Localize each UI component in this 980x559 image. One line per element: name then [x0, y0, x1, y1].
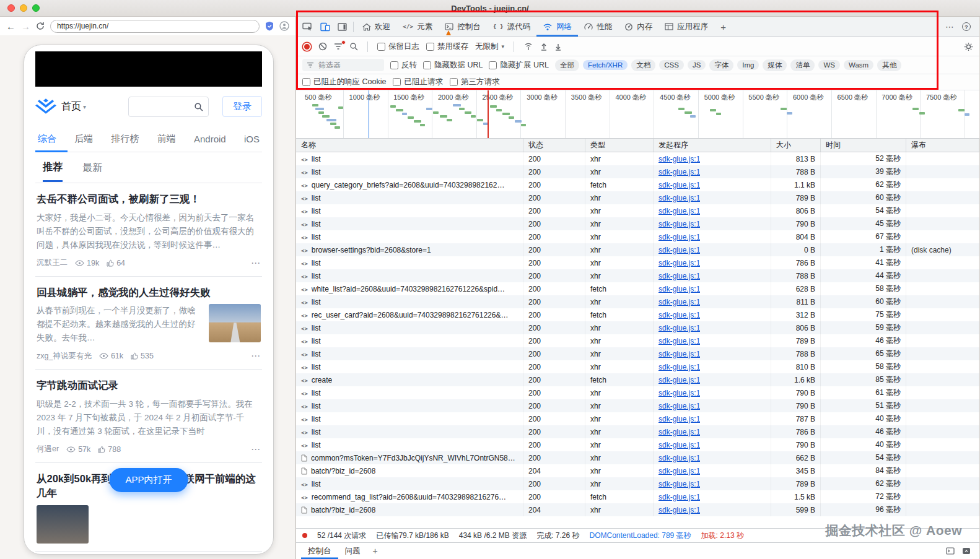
table-row[interactable]: common?msToken=Y7Fd3JbJcQijYsNR_WIVhL7On… [296, 451, 979, 464]
tab-性能[interactable]: 性能 [578, 17, 618, 37]
initiator-link[interactable]: sdk-glue.js:1 [658, 480, 700, 488]
ad-banner[interactable] [35, 51, 262, 87]
filter-toggle-icon[interactable] [334, 43, 343, 50]
initiator-link[interactable]: sdk-glue.js:1 [658, 311, 700, 319]
invert-filter-checkbox[interactable]: 反转 [390, 60, 417, 71]
preserve-log-checkbox[interactable]: 保留日志 [377, 41, 419, 52]
table-row[interactable]: <>list200xhrsdk-glue.js:1790 B61 毫秒 [296, 386, 979, 399]
invert-filter-input[interactable] [390, 61, 398, 69]
table-row[interactable]: <>list200xhrsdk-glue.js:1789 B62 毫秒 [296, 477, 979, 490]
settings-gear-icon[interactable] [964, 42, 973, 51]
column-header-发起程序[interactable]: 发起程序 [654, 139, 771, 152]
table-row[interactable]: <>list200xhrsdk-glue.js:1788 B39 毫秒 [296, 165, 979, 178]
table-row[interactable]: <>list200xhrsdk-glue.js:1811 B60 毫秒 [296, 295, 979, 308]
initiator-link[interactable]: sdk-glue.js:1 [658, 415, 700, 423]
initiator-link[interactable]: sdk-glue.js:1 [658, 207, 700, 215]
article-item[interactable]: 字节跳动面试记录职级是 2-2，技术面一共 3 轮，每一面都要手写算法。我在 2… [35, 370, 262, 463]
tab-应用程序[interactable]: 应用程序 [658, 17, 714, 37]
filter-pill-Img[interactable]: Img [737, 60, 759, 70]
hide-data-urls-input[interactable] [423, 61, 431, 69]
filter-pill-JS[interactable]: JS [688, 60, 706, 70]
table-row[interactable]: <>list200xhrsdk-glue.js:1786 B46 毫秒 [296, 425, 979, 438]
url-bar[interactable] [50, 20, 260, 33]
hide-data-urls-checkbox[interactable]: 隐藏数据 URL [423, 60, 483, 71]
tab-内存[interactable]: 内存 [618, 17, 658, 37]
table-row[interactable]: <>list200xhrsdk-glue.js:1806 B59 毫秒 [296, 321, 979, 334]
table-row[interactable]: <>list200xhrsdk-glue.js:1787 B40 毫秒 [296, 412, 979, 425]
disable-cache-checkbox[interactable]: 禁用缓存 [426, 41, 468, 52]
table-row[interactable]: <>list200xhrsdk-glue.js:1790 B40 毫秒 [296, 438, 979, 451]
table-row[interactable]: <>list200xhrsdk-glue.js:1810 B58 毫秒 [296, 360, 979, 373]
drawer-tab-问题[interactable]: 问题 [338, 543, 367, 559]
blocked-requests-input[interactable] [393, 78, 401, 86]
initiator-link[interactable]: sdk-glue.js:1 [658, 233, 700, 241]
initiator-link[interactable]: sdk-glue.js:1 [658, 376, 700, 384]
table-row[interactable]: <>list200xhrsdk-glue.js:1790 B51 毫秒 [296, 399, 979, 412]
profile-icon[interactable] [279, 21, 289, 31]
initiator-link[interactable]: sdk-glue.js:1 [658, 428, 700, 436]
filter-pill-字体[interactable]: 字体 [709, 59, 733, 71]
export-har-icon[interactable] [540, 43, 548, 51]
table-row[interactable]: <>list200xhrsdk-glue.js:1813 B52 毫秒 [296, 152, 979, 165]
open-in-app-button[interactable]: APP内打开 [109, 468, 188, 492]
initiator-link[interactable]: sdk-glue.js:1 [658, 324, 700, 332]
table-row[interactable]: <>list200xhrsdk-glue.js:1788 B44 毫秒 [296, 269, 979, 282]
initiator-link[interactable]: sdk-glue.js:1 [658, 194, 700, 202]
site-tab-综合[interactable]: 综合 [38, 133, 56, 145]
table-row[interactable]: <>browser-settings?bid=2608&store=1200xh… [296, 243, 979, 256]
initiator-link[interactable]: sdk-glue.js:1 [658, 506, 700, 514]
reload-icon[interactable] [36, 22, 45, 30]
filter-input[interactable] [317, 60, 374, 70]
site-tab-Android[interactable]: Android [194, 134, 226, 144]
initiator-link[interactable]: sdk-glue.js:1 [658, 363, 700, 371]
table-row[interactable]: <>recommend_tag_list?aid=2608&uuid=74032… [296, 490, 979, 503]
initiator-link[interactable]: sdk-glue.js:1 [658, 246, 700, 254]
initiator-link[interactable]: sdk-glue.js:1 [658, 467, 700, 475]
clear-network-log-icon[interactable] [318, 42, 327, 51]
column-header-时间[interactable]: 时间 [821, 139, 906, 152]
console-sidebar-icon[interactable] [946, 547, 955, 555]
initiator-link[interactable]: sdk-glue.js:1 [658, 168, 700, 176]
initiator-link[interactable]: sdk-glue.js:1 [658, 402, 700, 410]
table-row[interactable]: batch/?biz_id=2608204xhrsdk-glue.js:1599… [296, 503, 979, 516]
table-row[interactable]: <>list200xhrsdk-glue.js:1788 B65 毫秒 [296, 347, 979, 360]
column-header-状态[interactable]: 状态 [523, 139, 585, 152]
initiator-link[interactable]: sdk-glue.js:1 [658, 454, 700, 462]
column-header-瀑布[interactable]: 瀑布 [906, 139, 979, 152]
initiator-link[interactable]: sdk-glue.js:1 [658, 337, 700, 345]
filter-pill-清单[interactable]: 清单 [790, 59, 815, 71]
filter-pill-Fetch/XHR[interactable]: Fetch/XHR [583, 60, 628, 70]
network-overview[interactable]: 500 毫秒1000 毫秒1500 毫秒2000 毫秒2500 毫秒3000 毫… [296, 90, 979, 139]
initiator-link[interactable]: sdk-glue.js:1 [658, 272, 700, 280]
site-search-box[interactable] [128, 97, 209, 117]
blocked-cookies-checkbox[interactable]: 已阻止的响应 Cookie [302, 77, 386, 87]
initiator-link[interactable]: sdk-glue.js:1 [658, 285, 700, 293]
filter-pill-文档[interactable]: 文档 [631, 59, 655, 71]
drawer-tab-控制台[interactable]: 控制台 [301, 543, 338, 559]
third-party-input[interactable] [450, 78, 458, 86]
juejin-logo-icon[interactable] [35, 98, 56, 115]
column-header-名称[interactable]: 名称 [296, 139, 523, 152]
more-panels-button[interactable]: + [714, 22, 732, 32]
initiator-link[interactable]: sdk-glue.js:1 [658, 350, 700, 358]
more-options-icon[interactable]: ⋯ [251, 350, 261, 362]
drawer-more-button[interactable]: + [367, 546, 383, 556]
drawer-expand-icon[interactable] [962, 547, 971, 555]
more-options-icon[interactable]: ⋯ [251, 258, 261, 269]
initiator-link[interactable]: sdk-glue.js:1 [658, 220, 700, 228]
site-subtab-最新[interactable]: 最新 [82, 154, 102, 181]
device-toolbar-icon[interactable] [320, 22, 330, 32]
tab-欢迎[interactable]: 欢迎 [356, 17, 396, 37]
blocked-requests-checkbox[interactable]: 已阻止请求 [393, 77, 443, 87]
more-options-icon[interactable]: ⋯ [945, 22, 955, 32]
table-row[interactable]: <>query_category_briefs?aid=2608&uuid=74… [296, 178, 979, 191]
table-row[interactable]: <>list200xhrsdk-glue.js:1789 B60 毫秒 [296, 191, 979, 204]
initiator-link[interactable]: sdk-glue.js:1 [658, 441, 700, 449]
table-row[interactable]: <>white_list?aid=2608&uuid=7403298982162… [296, 282, 979, 295]
blocked-cookies-input[interactable] [302, 78, 310, 86]
filter-pill-Wasm[interactable]: Wasm [844, 60, 873, 70]
column-header-类型[interactable]: 类型 [585, 139, 654, 152]
login-button[interactable]: 登录 [222, 96, 262, 117]
table-row[interactable]: <>list200xhrsdk-glue.js:1790 B45 毫秒 [296, 217, 979, 230]
table-row[interactable]: <>create200fetchsdk-glue.js:11.6 kB85 毫秒 [296, 373, 979, 386]
